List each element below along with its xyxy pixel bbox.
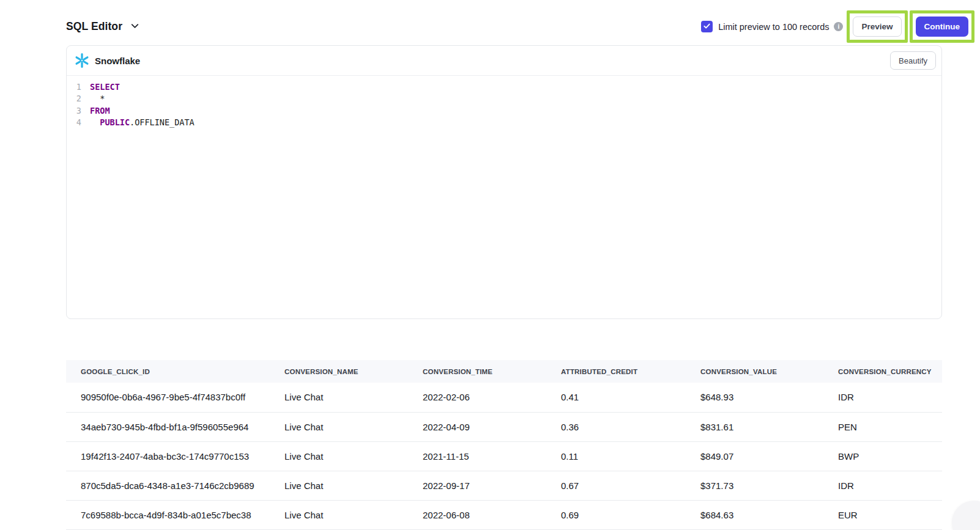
- column-header: CONVERSION_TIME: [408, 360, 546, 383]
- title-group: SQL Editor: [66, 20, 140, 33]
- table-cell: $849.07: [686, 441, 823, 471]
- table-cell: 2022-02-06: [408, 383, 546, 412]
- sql-code-editor[interactable]: 1SELECT2 *3FROM4 PUBLIC.OFFLINE_DATA: [67, 76, 941, 318]
- column-header: CONVERSION_NAME: [270, 360, 408, 383]
- table-row: 870c5da5-dca6-4348-a1e3-7146c2cb9689Live…: [66, 471, 942, 500]
- table-row: 19f42f13-2407-4aba-bc3c-174c9770c153Live…: [66, 441, 942, 471]
- chat-widget-button[interactable]: [952, 501, 980, 530]
- limit-preview-checkbox[interactable]: [701, 21, 713, 32]
- table-body: 90950f0e-0b6a-4967-9be5-4f74837bc0ffLive…: [66, 383, 942, 529]
- table-cell: 2022-09-17: [408, 471, 546, 500]
- topbar-actions: Limit preview to 100 records i Preview C…: [701, 10, 974, 43]
- preview-table: GOOGLE_CLICK_IDCONVERSION_NAMECONVERSION…: [66, 360, 942, 530]
- line-number: 4: [73, 117, 81, 128]
- table-cell: Live Chat: [270, 471, 408, 500]
- table-cell: $684.63: [686, 500, 823, 529]
- table-cell: 34aeb730-945b-4fbd-bf1a-9f596055e964: [66, 412, 270, 441]
- table-row: 7c69588b-bcca-4d9f-834b-a01e5c7bec38Live…: [66, 500, 942, 529]
- table-cell: 0.69: [546, 500, 686, 529]
- sql-editor-panel: Snowflake Beautify 1SELECT2 *3FROM4 PUBL…: [66, 45, 942, 319]
- preview-button[interactable]: Preview: [853, 17, 901, 37]
- source-header: Snowflake Beautify: [67, 46, 941, 76]
- code-line: 1SELECT: [73, 81, 941, 93]
- table-row: 34aeb730-945b-4fbd-bf1a-9f596055e964Live…: [66, 412, 942, 441]
- code-line: 4 PUBLIC.OFFLINE_DATA: [73, 117, 941, 128]
- table-cell: 0.41: [546, 383, 686, 412]
- table-cell: BWP: [823, 441, 942, 471]
- code-text: SELECT: [81, 81, 120, 93]
- column-header: CONVERSION_VALUE: [686, 360, 823, 383]
- column-header: GOOGLE_CLICK_ID: [66, 360, 270, 383]
- code-text: FROM: [81, 105, 110, 117]
- table-cell: IDR: [823, 471, 942, 500]
- table-cell: 0.36: [546, 412, 686, 441]
- page-title: SQL Editor: [66, 20, 122, 33]
- table-cell: $371.73: [686, 471, 823, 500]
- check-icon: [703, 21, 711, 32]
- table-cell: 2022-06-08: [408, 500, 546, 529]
- snowflake-icon: [74, 53, 90, 68]
- table-cell: 0.67: [546, 471, 686, 500]
- title-dropdown-button[interactable]: [130, 21, 140, 33]
- table-cell: 19f42f13-2407-4aba-bc3c-174c9770c153: [66, 441, 270, 471]
- table-cell: 2022-04-09: [408, 412, 546, 441]
- table-cell: 90950f0e-0b6a-4967-9be5-4f74837bc0ff: [66, 383, 270, 412]
- table-cell: $831.61: [686, 412, 823, 441]
- table-cell: PEN: [823, 412, 942, 441]
- table-cell: 7c69588b-bcca-4d9f-834b-a01e5c7bec38: [66, 500, 270, 529]
- table-cell: Live Chat: [270, 383, 408, 412]
- limit-preview-label: Limit preview to 100 records: [718, 22, 829, 32]
- code-line: 2 *: [73, 93, 941, 105]
- table-cell: 870c5da5-dca6-4348-a1e3-7146c2cb9689: [66, 471, 270, 500]
- line-number: 1: [73, 81, 81, 93]
- table-header: GOOGLE_CLICK_IDCONVERSION_NAMECONVERSION…: [66, 360, 942, 383]
- column-header: CONVERSION_CURRENCY: [823, 360, 942, 383]
- line-number: 3: [73, 105, 81, 117]
- continue-annotation-box: Continue: [910, 10, 975, 43]
- source-name: Snowflake: [95, 56, 140, 66]
- line-number: 2: [73, 93, 81, 105]
- table-cell: Live Chat: [270, 500, 408, 529]
- column-header: ATTRIBUTED_CREDIT: [546, 360, 686, 383]
- code-text: PUBLIC.OFFLINE_DATA: [81, 117, 195, 128]
- table-cell: 2021-11-15: [408, 441, 546, 471]
- code-lines: 1SELECT2 *3FROM4 PUBLIC.OFFLINE_DATA: [73, 81, 941, 128]
- info-icon[interactable]: i: [834, 22, 843, 31]
- beautify-button[interactable]: Beautify: [890, 51, 936, 70]
- continue-button[interactable]: Continue: [916, 17, 969, 37]
- table-cell: IDR: [823, 383, 942, 412]
- code-line: 3FROM: [73, 105, 941, 117]
- preview-annotation-box: Preview: [847, 10, 907, 43]
- table-cell: EUR: [823, 500, 942, 529]
- table-cell: Live Chat: [270, 441, 408, 471]
- table-cell: Live Chat: [270, 412, 408, 441]
- table-cell: $648.93: [686, 383, 823, 412]
- code-text: *: [81, 93, 105, 105]
- table-row: 90950f0e-0b6a-4967-9be5-4f74837bc0ffLive…: [66, 383, 942, 412]
- table-cell: 0.11: [546, 441, 686, 471]
- chevron-down-icon: [130, 21, 140, 33]
